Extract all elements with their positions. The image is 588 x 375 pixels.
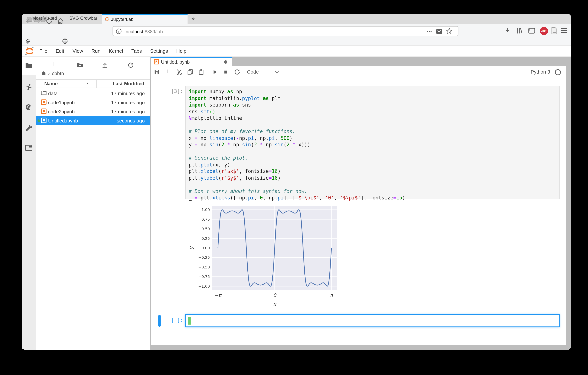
menu-item-help[interactable]: Help	[172, 48, 190, 54]
run-cell-button[interactable]	[212, 69, 218, 75]
code-line: # Generate the plot.	[189, 155, 556, 161]
kernel-name[interactable]: Python 3	[531, 69, 550, 75]
menu-item-view[interactable]: View	[68, 48, 87, 54]
download-icon[interactable]	[504, 27, 511, 34]
code-line: sns.set()	[189, 108, 556, 115]
back-icon[interactable]	[26, 19, 32, 23]
sidebar-item-running-sessions[interactable]	[25, 83, 32, 91]
stop-kernel-button[interactable]	[223, 69, 229, 75]
empty-cell-input[interactable]	[185, 314, 560, 327]
code-line	[189, 148, 556, 155]
paste-cells-button[interactable]	[198, 69, 204, 75]
sidebar-item-command-palette[interactable]	[25, 103, 32, 111]
column-header-name[interactable]: Name	[44, 81, 58, 87]
upload-icon[interactable]	[102, 62, 108, 68]
cell-prompt: [3]:	[151, 88, 183, 94]
y-tick-label: 0.00	[201, 246, 210, 250]
url-bar[interactable]	[113, 26, 458, 36]
sort-ascending-icon[interactable]: ▲	[86, 82, 89, 85]
code-cell-input[interactable]: import numpy as npimport matplotlib.pypl…	[185, 86, 560, 199]
new-folder-icon[interactable]	[76, 62, 83, 68]
file-row[interactable]: Untitled.ipynbseconds ago	[36, 116, 150, 125]
file-row[interactable]: code1.ipynb17 minutes ago	[36, 98, 150, 107]
x-axis-label: x	[273, 301, 277, 307]
y-tick-label: 0.25	[201, 236, 210, 241]
url-text[interactable]: localhost:8889/lab	[125, 29, 163, 34]
unsaved-changes-dot[interactable]	[224, 60, 227, 64]
cell-type-dropdown[interactable]: Code	[247, 69, 259, 75]
page-actions-icon[interactable]: •••	[427, 30, 432, 34]
output-plot: 1.000.750.500.250.00−0.25−0.50−0.75−1.00…	[188, 203, 340, 308]
column-header-modified[interactable]: Last Modified	[113, 81, 144, 87]
sidebar-item-inspector-wrench[interactable]	[25, 124, 32, 132]
jupyter-logo	[25, 46, 34, 56]
jupyterlab-menu: FileEditViewRunKernelTabsSettingsHelp	[35, 45, 190, 56]
menu-item-kernel[interactable]: Kernel	[105, 48, 127, 54]
notebook-icon	[41, 109, 47, 114]
breadcrumb-folder[interactable]: cbbtn	[52, 70, 64, 76]
browser-window: JupyterLab × + localhost:8889/lab •••	[21, 14, 571, 350]
file-name: data	[48, 90, 58, 96]
menu-item-edit[interactable]: Edit	[52, 48, 68, 54]
menu-item-settings[interactable]: Settings	[146, 48, 172, 54]
file-name: code2.ipynb	[48, 109, 75, 114]
menu-item-file[interactable]: File	[35, 48, 52, 54]
save-button[interactable]	[154, 69, 160, 75]
kernel-status-icon[interactable]	[555, 69, 561, 75]
add-cell-button[interactable]: +	[166, 67, 170, 75]
restart-kernel-button[interactable]	[234, 69, 240, 75]
file-row[interactable]: data17 minutes ago	[36, 89, 150, 98]
refresh-file-list-icon[interactable]	[128, 62, 134, 68]
file-list-header[interactable]: Name ▲ Last Modified	[36, 79, 150, 88]
library-icon[interactable]	[516, 27, 523, 34]
active-notebook-tab-indicator	[151, 57, 232, 58]
adblock-plus-icon[interactable]: ABP	[540, 27, 548, 35]
notebook-icon	[41, 99, 47, 105]
folder-icon	[41, 90, 47, 95]
x-tick-label: 0	[273, 292, 277, 298]
hamburger-menu-icon[interactable]	[561, 28, 567, 33]
bookmark-star-icon[interactable]	[446, 28, 453, 34]
sidebar-item-file-browser[interactable]	[25, 62, 32, 69]
y-tick-label: −0.25	[198, 255, 210, 260]
bookmark-item-most-visited[interactable]: Most Visited	[32, 15, 57, 21]
file-modified: seconds ago	[117, 118, 145, 123]
sidebar-item-open-tabs[interactable]	[25, 144, 32, 151]
active-tab-indicator	[102, 14, 188, 15]
empty-cell-prompt: [ ]:	[151, 317, 183, 323]
notebook-icon	[41, 118, 47, 123]
copy-cells-button[interactable]	[187, 69, 193, 75]
menu-item-tabs[interactable]: Tabs	[127, 48, 146, 54]
code-line: import matplotlib.pyplot as plt	[189, 95, 556, 102]
x-tick-label: π	[330, 292, 334, 298]
cut-cells-button[interactable]	[176, 69, 182, 75]
browser-tab-jupyterlab[interactable]: JupyterLab ×	[102, 14, 188, 24]
file-row[interactable]: code2.ipynb17 minutes ago	[36, 107, 150, 116]
kernel-running-dot	[38, 119, 40, 122]
new-launcher-icon[interactable]: +	[51, 60, 55, 68]
file-modified: 17 minutes ago	[111, 99, 145, 105]
y-tick-label: −1.00	[198, 284, 210, 288]
pocket-icon[interactable]	[436, 28, 442, 34]
menu-item-run[interactable]: Run	[87, 48, 105, 54]
reader-page-icon[interactable]	[551, 27, 557, 34]
new-tab-button[interactable]: +	[191, 15, 195, 23]
breadcrumb-home-icon[interactable]	[41, 71, 46, 76]
info-icon[interactable]	[116, 28, 122, 34]
x-tick-label: −π	[214, 292, 222, 298]
sidebars-icon[interactable]	[528, 27, 535, 34]
notebook-tab[interactable]: Untitled.ipynb	[151, 57, 232, 66]
home-icon[interactable]	[57, 18, 64, 24]
code-line: plt.plot(x, y)	[189, 161, 556, 168]
code-line: %matplotlib inline	[189, 115, 556, 121]
notebook-content: [3]: import numpy as npimport matplotlib…	[151, 78, 567, 345]
code-line: # Don't worry about this syntax for now.	[189, 188, 556, 195]
code-line	[189, 181, 556, 188]
file-name: code1.ipynb	[48, 99, 75, 105]
bookmark-item-svg-crowbar[interactable]: SVG Crowbar	[69, 15, 97, 21]
jupyter-favicon	[105, 16, 110, 22]
chevron-down-icon[interactable]	[275, 71, 279, 74]
file-name: Untitled.ipynb	[48, 118, 78, 123]
notebook-tab-title: Untitled.ipynb	[161, 60, 190, 65]
code-line: plt.ylabel(r'$y$', fontsize=16)	[189, 175, 556, 181]
